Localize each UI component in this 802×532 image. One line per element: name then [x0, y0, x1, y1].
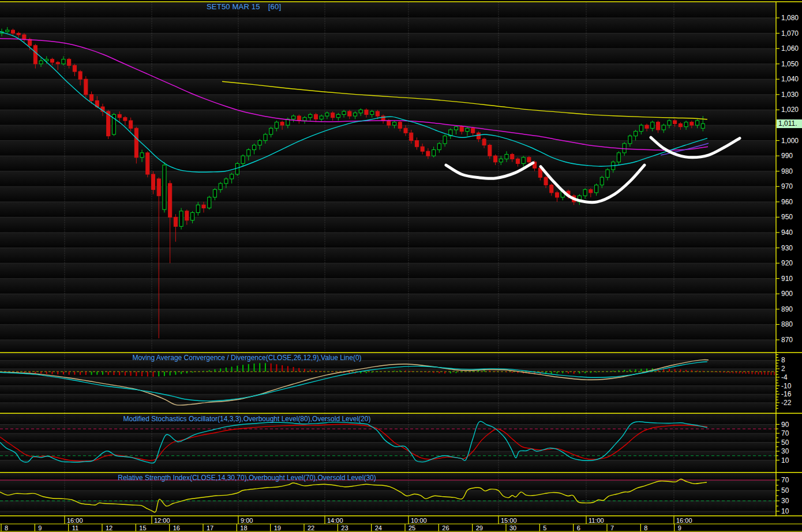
time-axis-day-label: 7 [610, 524, 614, 531]
price-axis-label: 930 [781, 244, 793, 252]
price-axis-label: 950 [781, 213, 793, 221]
price-axis-label: 1,070 [781, 29, 799, 38]
time-axis-day-label: 6 [577, 524, 580, 531]
rsi-axis-label: 70 [781, 476, 789, 484]
price-axis-label: 890 [781, 305, 793, 313]
macd-axis-label: 8 [781, 356, 785, 364]
price-axis-label: 880 [781, 320, 793, 328]
time-axis-day-label: 5 [543, 524, 546, 531]
stochastics-panel-title: Modified Stochastics Oscillator(14,3,3),… [123, 415, 371, 423]
time-axis-day-label: 9 [38, 524, 42, 531]
rsi-panel [0, 473, 776, 516]
time-axis-day-label: 24 [375, 524, 382, 531]
price-axis-label: 1,020 [781, 106, 799, 114]
price-axis-label: 980 [781, 167, 793, 175]
timeframe-label: [60] [268, 2, 281, 11]
time-axis-day-label: 30 [509, 524, 516, 531]
macd-axis-label: -22 [781, 399, 792, 407]
price-axis-label: 990 [781, 152, 793, 160]
time-axis-hour-label: 9:00 [241, 517, 253, 524]
rsi-axis-label: 30 [781, 497, 789, 505]
rsi-axis-label: 10 [781, 507, 789, 515]
macd-axis-label: -4 [781, 373, 788, 381]
time-axis-day-label: 22 [308, 524, 314, 531]
stochastics-panel [0, 414, 776, 472]
time-axis-day-label: 18 [240, 524, 247, 531]
price-axis-label: 1,050 [781, 60, 799, 68]
chart-canvas[interactable]: 1,0801,0701,0601,0501,0401,0301,0201,000… [0, 0, 802, 532]
time-axis-day-label: 19 [274, 524, 281, 531]
price-axis-label: 1,040 [781, 75, 799, 83]
price-axis-label: 940 [781, 228, 793, 237]
time-axis-day-label: 8 [5, 524, 8, 531]
time-axis-day-label: 17 [207, 524, 213, 531]
stochastics-axis-label: 10 [781, 456, 789, 464]
time-axis-day-label: 16 [173, 524, 180, 531]
macd-axis-label: 2 [781, 365, 785, 373]
rsi-panel-title: Relative Strength Index(CLOSE,14,30,70),… [118, 474, 376, 482]
macd-axis-label: -10 [781, 382, 792, 390]
price-axis-label: 910 [781, 275, 793, 283]
time-axis-hour-label: 14:00 [327, 517, 343, 524]
symbol-label: SET50 MAR 15 [207, 2, 260, 11]
time-axis-hour-label: 16:00 [676, 517, 692, 524]
stochastics-axis-label: 50 [781, 439, 789, 447]
time-axis-day-label: 25 [409, 524, 415, 531]
macd-panel-title: Moving Average Convergence / Divergence(… [132, 354, 361, 362]
time-axis-day-label: 11 [72, 524, 78, 531]
price-axis-label: 1,080 [781, 14, 799, 22]
price-axis-label: 1,030 [781, 91, 799, 99]
main-price-panel [0, 2, 776, 352]
time-axis-day-label: 12 [106, 524, 113, 531]
time-axis-hour-label: 11:00 [589, 517, 604, 524]
price-axis-label: 970 [781, 182, 793, 190]
price-axis-label: 870 [781, 336, 793, 344]
time-axis-hour-label: 16:00 [67, 517, 83, 524]
macd-axis-label: -16 [781, 390, 792, 398]
stochastics-axis-label: 90 [781, 421, 789, 429]
price-axis-label: 960 [781, 198, 793, 206]
time-axis-day-label: 26 [442, 524, 449, 531]
time-axis-day-label: 8 [644, 524, 647, 531]
chart-title: SET50 MAR 15[60] [207, 2, 281, 11]
price-axis-label: 1,060 [781, 44, 799, 53]
time-axis-hour-label: 15:00 [501, 517, 517, 524]
time-axis-day-label: 23 [341, 524, 348, 531]
stochastics-axis-label: 30 [781, 447, 789, 455]
macd-panel [0, 353, 776, 413]
time-axis-day-label: 29 [476, 524, 483, 531]
rsi-axis-label: 50 [781, 486, 789, 494]
time-axis-hour-label: 12:00 [154, 517, 170, 524]
price-axis-label: 1,000 [781, 137, 799, 145]
price-axis-label: 920 [781, 259, 793, 267]
last-price-badge: 1,011. [777, 119, 802, 128]
time-axis-day-label: 15 [139, 524, 146, 531]
price-axis-label: 900 [781, 290, 793, 298]
stochastics-axis-label: 70 [781, 429, 789, 437]
time-axis-hour-label: 10:00 [411, 517, 427, 524]
time-axis-day-label: 9 [678, 524, 681, 531]
